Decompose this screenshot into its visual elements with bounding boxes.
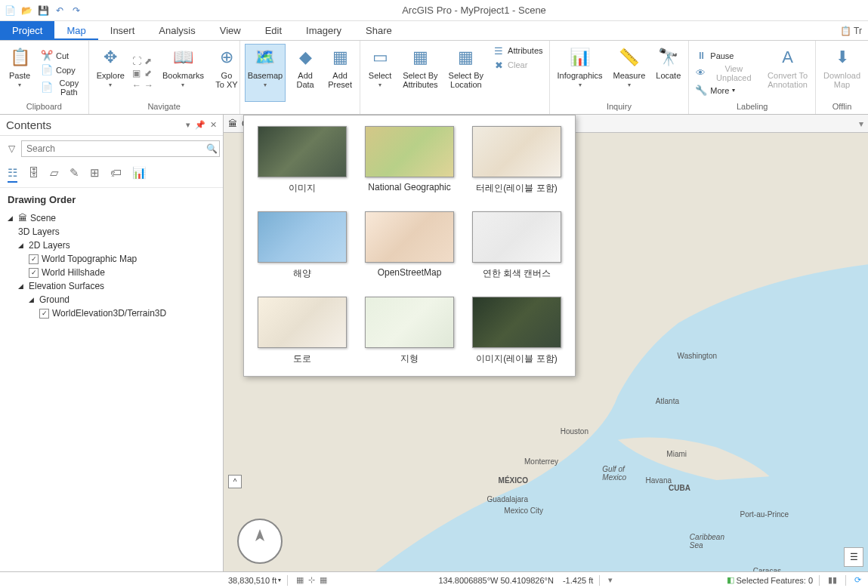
bookmarks-button[interactable]: 📖 Bookmarks ▾	[159, 44, 207, 102]
measure-button[interactable]: 📏 Measure ▾	[610, 44, 648, 102]
basemap-thumb	[258, 126, 347, 177]
save-icon[interactable]: 💾	[36, 4, 50, 17]
basemap-item-osm[interactable]: OpenStreetMap	[362, 211, 457, 280]
tree-world-hillshade[interactable]: ✓World Hillshade	[8, 266, 215, 279]
list-source-icon[interactable]: 🗄	[28, 166, 39, 183]
undo-icon[interactable]: ↶	[53, 4, 66, 17]
infographics-button[interactable]: 📊 Infographics ▾	[554, 44, 606, 102]
basemap-item-terrain-labels[interactable]: 터레인(레이블 포함)	[469, 126, 564, 195]
pane-autohide-icon[interactable]: 📌	[195, 120, 205, 130]
list-charts-icon[interactable]: 📊	[132, 166, 147, 183]
map-options-button[interactable]: ☰	[844, 547, 863, 567]
map-label-gulf: Gulf of Mexico	[602, 465, 626, 482]
attributes-button[interactable]: ☰Attributes	[491, 44, 544, 57]
new-project-icon[interactable]: 📄	[3, 4, 17, 17]
download-map-button[interactable]: ⬇ Download Map	[820, 44, 863, 102]
basemap-thumb	[365, 126, 454, 177]
coord-options-icon[interactable]: ▾	[608, 575, 613, 585]
status-scale[interactable]: 38,830,510 ft	[228, 576, 276, 585]
pane-close-icon[interactable]: ✕	[210, 120, 217, 130]
copy-button[interactable]: 📄Copy	[39, 63, 84, 77]
explore-button[interactable]: ✥ Explore ▾	[94, 44, 128, 102]
pause-drawing-icon[interactable]: ▮▮	[828, 575, 837, 585]
more-labeling-button[interactable]: 🔧More▾	[693, 84, 760, 97]
list-snapping-icon[interactable]: ⊞	[90, 166, 100, 183]
select-by-attributes-button[interactable]: ▦ Select By Attributes	[400, 44, 440, 102]
pane-menu-icon[interactable]: ▾	[186, 120, 190, 130]
tab-project[interactable]: Project	[0, 21, 54, 40]
right-truncated[interactable]: 📋 Tr	[834, 21, 868, 40]
add-preset-button[interactable]: ▦ Add Preset	[325, 44, 355, 102]
tree-terrain3d[interactable]: ✓WorldElevation3D/Terrain3D	[8, 306, 215, 320]
tree-ground[interactable]: ◢Ground	[8, 293, 215, 306]
cut-button[interactable]: ✂️Cut	[39, 49, 84, 63]
tab-analysis[interactable]: Analysis	[147, 21, 207, 40]
copy-path-button[interactable]: 📄Copy Path	[39, 78, 84, 97]
add-data-icon: ◆	[293, 45, 317, 69]
locate-button[interactable]: 🔭 Locate	[653, 44, 684, 102]
basemap-item-imagery-labels[interactable]: 이미지(레이블 포함)	[469, 297, 564, 365]
view-unplaced-button[interactable]: 👁View Unplaced	[693, 63, 760, 83]
zoom-out-icon[interactable]: ⬋	[144, 68, 155, 79]
zoom-full-icon[interactable]: ⛶	[132, 56, 143, 66]
basemap-thumb	[258, 211, 347, 263]
basemap-item-imagery[interactable]: 이미지	[255, 126, 350, 195]
map-label-portauprince: Port-au-Prince	[740, 510, 789, 519]
tab-edit[interactable]: Edit	[253, 21, 294, 40]
convert-annotation-button[interactable]: A Convert To Annotation	[765, 44, 811, 102]
clear-selection-button[interactable]: ✖Clear	[491, 58, 544, 72]
scale-options-icon[interactable]: ▦	[296, 575, 304, 585]
next-extent-icon[interactable]: →	[144, 80, 155, 91]
zoom-fixed-icon[interactable]: ▣	[132, 68, 143, 79]
open-project-icon[interactable]: 📂	[20, 4, 33, 17]
list-editing-icon[interactable]: ✎	[70, 166, 79, 183]
status-selected: Selected Features: 0	[737, 576, 814, 585]
select-by-location-button[interactable]: ▦ Select By Location	[446, 44, 487, 102]
map-tab-icon: 🏛	[228, 119, 237, 129]
grid-icon[interactable]: ▦	[320, 575, 327, 585]
tree-3d-layers[interactable]: 3D Layers	[8, 225, 215, 239]
basemap-item-oceans[interactable]: 해양	[255, 211, 350, 280]
refresh-icon[interactable]: ⟳	[854, 575, 861, 585]
basemap-item-light-gray[interactable]: 연한 회색 캔버스	[469, 211, 564, 280]
tab-insert[interactable]: Insert	[98, 21, 147, 40]
map-tab-dropdown-icon[interactable]: ▾	[859, 119, 863, 129]
filter-icon[interactable]: ▽	[5, 143, 18, 154]
basemap-item-natgeo[interactable]: National Geographic	[362, 126, 457, 195]
expand-navigator-button[interactable]: ^	[228, 475, 242, 488]
zoom-in-icon[interactable]: ⬈	[144, 56, 155, 66]
tab-imagery[interactable]: Imagery	[294, 21, 354, 40]
contents-search-input[interactable]	[21, 140, 220, 157]
basemap-label: 도로	[293, 352, 311, 365]
list-drawing-order-icon[interactable]: ☷	[8, 166, 17, 183]
basemap-item-topo[interactable]: 지형	[362, 297, 457, 365]
list-selection-icon[interactable]: ▱	[50, 166, 59, 183]
checkbox[interactable]: ✓	[29, 254, 39, 264]
paste-button[interactable]: 📋 Paste ▾	[5, 44, 35, 102]
tree-scene[interactable]: ◢🏛Scene	[8, 211, 215, 225]
tab-share[interactable]: Share	[354, 21, 404, 40]
basemap-button[interactable]: 🗺️ Basemap ▾	[245, 44, 286, 102]
navigator-compass[interactable]	[237, 519, 283, 564]
basemap-item-streets[interactable]: 도로	[255, 297, 350, 365]
tab-view[interactable]: View	[208, 21, 253, 40]
tab-map[interactable]: Map	[54, 21, 97, 40]
add-data-button[interactable]: ◆ Add Data	[290, 44, 320, 102]
select-button[interactable]: ▭ Select ▾	[365, 44, 395, 102]
list-labeling-icon[interactable]: 🏷	[110, 166, 122, 183]
gotoxy-button[interactable]: ⊕ Go To XY	[212, 44, 242, 102]
pause-labeling-button[interactable]: ⏸Pause	[693, 49, 760, 63]
tree-elevation-surfaces[interactable]: ◢Elevation Surfaces	[8, 279, 215, 293]
map-label-monterrey: Monterrey	[524, 457, 558, 466]
tree-world-topo[interactable]: ✓World Topographic Map	[8, 252, 215, 266]
redo-icon[interactable]: ↷	[70, 4, 83, 17]
group-selection	[365, 102, 544, 113]
checkbox[interactable]: ✓	[29, 268, 39, 278]
map-view[interactable]: 🏛 C ▾ Washington Atlanta Houston Monterr…	[224, 115, 868, 571]
checkbox[interactable]: ✓	[39, 309, 49, 319]
group-labeling: Labeling	[693, 102, 811, 113]
prev-extent-icon[interactable]: ←	[132, 80, 143, 91]
selected-features-icon[interactable]: ◧	[727, 575, 734, 585]
snap-icon[interactable]: ⊹	[308, 575, 315, 585]
tree-2d-layers[interactable]: ◢2D Layers	[8, 239, 215, 252]
